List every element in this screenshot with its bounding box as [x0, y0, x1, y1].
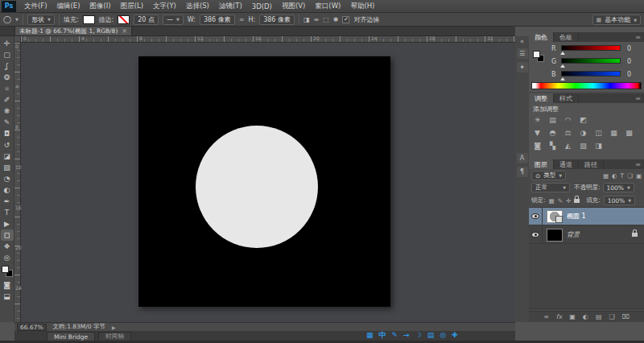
slider-thumb[interactable] [560, 77, 565, 81]
tab-color[interactable]: 颜色 [529, 32, 554, 42]
new-group-icon[interactable]: ▤ [596, 313, 602, 320]
lock-pixels-icon[interactable]: ✎ [558, 197, 563, 205]
blue-channel-value[interactable]: 0 [627, 71, 631, 78]
stroke-style-select[interactable]: — ▼ [163, 14, 184, 25]
tool-preset-icon[interactable]: ◯ [3, 15, 11, 23]
panel-foreground-swatch[interactable] [533, 51, 540, 58]
panel-menu-icon[interactable]: ≡ [635, 95, 641, 102]
zoom-level-input[interactable]: 66.67% [17, 324, 47, 331]
slider-thumb[interactable] [560, 64, 565, 68]
color-lookup-icon[interactable]: ▩ [623, 127, 635, 138]
paragraph-panel-icon[interactable]: ¶ [517, 167, 528, 177]
eraser-tool[interactable]: ◪ [1, 151, 14, 162]
tab-channels[interactable]: 通道 [554, 159, 579, 169]
path-arrange-icon[interactable]: ⬚ [323, 16, 329, 23]
gear-icon[interactable]: ✱ [333, 16, 339, 23]
quick-mask-button[interactable]: ◙ [1, 279, 14, 291]
horizontal-ruler[interactable]: 0 4 8 12 16 20 24 28 32 [21, 36, 515, 43]
menu-view[interactable]: 视图(V) [277, 0, 310, 13]
black-white-icon[interactable]: ◑ [577, 127, 589, 138]
ime-chinese-mode-icon[interactable]: 中 [379, 330, 386, 341]
layer-row-background[interactable]: 背景 [529, 226, 644, 244]
width-input[interactable]: 386 像素 [200, 14, 235, 25]
type-tool[interactable]: T [1, 207, 14, 218]
exposure-icon[interactable]: ◩ [577, 114, 589, 125]
move-tool[interactable]: ✛ [1, 38, 14, 49]
tool-mode-select[interactable]: 形状 ▼ [27, 14, 55, 25]
panel-menu-icon[interactable]: ≡ [635, 34, 641, 41]
menu-filter[interactable]: 滤镜(T) [214, 0, 247, 13]
panel-menu-icon[interactable]: ≡ [635, 161, 641, 168]
adjustment-layer-icon[interactable]: ◐ [583, 313, 588, 320]
ime-logo-icon[interactable]: ▦ [366, 331, 374, 339]
layer-name[interactable]: 椭圆 1 [567, 212, 586, 221]
new-layer-icon[interactable]: ❑ [609, 313, 614, 320]
layer-filter-select[interactable]: ⊙ 类型 ▼ [531, 171, 566, 180]
menu-select[interactable]: 选择(S) [181, 0, 214, 13]
hand-tool[interactable]: ❖ [1, 241, 14, 252]
posterize-icon[interactable]: ▚ [547, 140, 559, 151]
channel-mixer-icon[interactable]: ▦ [608, 127, 620, 138]
filter-shape-icon[interactable]: ❏ [627, 172, 633, 180]
ime-arrow-icon[interactable]: → [403, 331, 410, 339]
red-channel-slider[interactable] [561, 45, 621, 51]
link-dimensions-icon[interactable]: ∞ [239, 16, 245, 23]
green-channel-value[interactable]: 0 [627, 58, 631, 65]
curves-icon[interactable]: ◠ [562, 114, 574, 125]
menu-window[interactable]: 窗口(W) [310, 0, 345, 13]
history-brush-tool[interactable]: ↺ [1, 139, 14, 151]
tab-mini-bridge[interactable]: Mini Bridge [47, 332, 95, 341]
vibrance-icon[interactable]: ▼ [531, 127, 543, 138]
vertical-ruler[interactable]: 0 4 8 12 16 20 24 [14, 43, 21, 322]
dodge-tool[interactable]: ◐ [1, 184, 14, 196]
fill-swatch[interactable] [83, 15, 95, 24]
opacity-input[interactable]: 100% ▼ [603, 183, 634, 192]
shape-tool[interactable]: ◻ [1, 229, 14, 241]
menu-help[interactable]: 帮助(H) [345, 0, 379, 13]
levels-icon[interactable]: ▤ [547, 114, 559, 125]
menu-image[interactable]: 图像(I) [85, 0, 116, 13]
brush-tool[interactable]: ✎ [1, 117, 14, 128]
tab-adjustments[interactable]: 调整 [529, 93, 554, 103]
path-alignment-icon[interactable]: ≡ [314, 16, 320, 23]
fill-opacity-input[interactable]: 100% ▼ [604, 196, 635, 205]
tab-layers[interactable]: 图层 [529, 159, 554, 169]
expand-panels-icon[interactable]: « [520, 38, 524, 45]
threshold-icon[interactable]: ◭ [562, 140, 574, 151]
menu-file[interactable]: 文件(F) [19, 0, 52, 13]
lock-transparency-icon[interactable]: ▦ [549, 197, 555, 205]
hue-saturation-icon[interactable]: ◓ [547, 127, 559, 138]
eyedropper-tool[interactable]: ✐ [1, 94, 14, 105]
crop-tool[interactable]: ⌗ [1, 83, 14, 94]
workspace-switcher-button[interactable]: ▦ 基本功能 ▼ [592, 14, 641, 25]
menu-3d[interactable]: 3D(D) [247, 0, 277, 13]
link-layers-icon[interactable]: ∞ [543, 313, 549, 320]
lasso-tool[interactable]: ʆ [1, 60, 14, 72]
brightness-contrast-icon[interactable]: ☀ [531, 114, 543, 125]
blur-tool[interactable]: ◔ [1, 173, 14, 184]
screen-mode-button[interactable]: ⬓ [1, 291, 14, 302]
visibility-toggle[interactable] [529, 226, 543, 244]
selective-color-icon[interactable]: ◨ [592, 140, 605, 151]
foreground-background-swatches[interactable] [2, 266, 13, 277]
color-spectrum-ramp[interactable] [531, 82, 642, 89]
filter-adjustment-icon[interactable]: ◐ [612, 172, 617, 180]
status-expand-icon[interactable]: ▶ [112, 324, 116, 330]
character-panel-icon[interactable]: A [517, 153, 528, 163]
close-icon[interactable]: × [122, 27, 127, 35]
height-input[interactable]: 386 像素 [259, 14, 295, 25]
document-canvas[interactable] [138, 56, 390, 307]
visibility-toggle[interactable] [529, 208, 543, 225]
healing-brush-tool[interactable]: ❋ [1, 105, 14, 117]
delete-layer-icon[interactable]: ⌧ [622, 313, 630, 320]
menu-edit[interactable]: 编辑(E) [52, 0, 85, 13]
menu-type[interactable]: 文字(Y) [148, 0, 181, 13]
color-balance-icon[interactable]: ⚖ [562, 127, 574, 138]
zoom-tool[interactable]: ◎ [1, 252, 14, 263]
layer-thumbnail[interactable] [547, 229, 563, 242]
quick-selection-tool[interactable]: ❂ [1, 72, 14, 83]
layer-style-icon[interactable]: fx [556, 313, 563, 320]
clone-stamp-tool[interactable]: ◘ [1, 128, 14, 139]
filter-type-icon[interactable]: T [621, 172, 625, 180]
blue-channel-slider[interactable] [561, 71, 621, 76]
